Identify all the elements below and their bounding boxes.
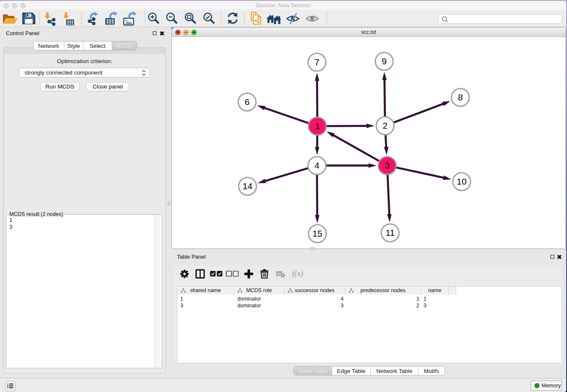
svg-text:6: 6 xyxy=(245,97,250,107)
svg-text:15: 15 xyxy=(312,229,322,238)
svg-text:10: 10 xyxy=(457,177,466,186)
svg-text:8: 8 xyxy=(458,92,463,102)
svg-text:7: 7 xyxy=(314,57,319,67)
svg-text:11: 11 xyxy=(385,228,395,237)
svg-text:9: 9 xyxy=(382,56,387,66)
svg-text:1: 1 xyxy=(315,121,320,131)
svg-text:3: 3 xyxy=(385,160,390,170)
svg-text:4: 4 xyxy=(314,160,319,170)
svg-text:14: 14 xyxy=(242,181,253,191)
svg-text:2: 2 xyxy=(383,121,388,130)
